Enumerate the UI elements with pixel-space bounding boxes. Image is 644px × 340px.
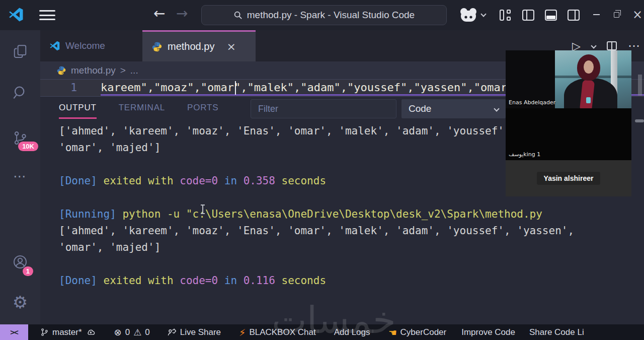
add-logs-label: Add Logs [334,327,370,337]
tab-method-label: method.py [168,41,214,52]
participant-video-tile[interactable]: يوسفking 1 [506,108,631,160]
cybercoder-item[interactable]: ☛ CyberCoder [388,327,447,338]
account-badge: 1 [23,266,33,276]
participant-name: Yasin alshireer [537,172,601,185]
add-logs-item[interactable]: Add Logs [334,327,370,337]
panel-tab-output[interactable]: OUTPUT [59,103,97,119]
text-caret [235,81,236,95]
participant-name: Enas Abdelqader [509,99,555,106]
chevron-down-icon[interactable] [480,11,486,17]
problems-item[interactable]: ⊗ 0 ⚠ 0 [114,327,150,337]
vscode-logo-icon [8,7,24,23]
improve-code-item[interactable]: Improve Code [461,327,515,337]
video-call-overlay[interactable]: Enas Abdelqader يوسفking 1 Yasin alshire… [506,50,631,196]
explorer-icon[interactable] [0,37,40,65]
blackbox-chat-label: BLACKBOX Chat [249,327,315,337]
tab-welcome[interactable]: Welcome [40,30,142,61]
window-minimize-button[interactable] [588,7,605,22]
code-text[interactable]: kareem","moaz","omar","malek","adam","yo… [101,81,534,94]
toggle-sidebar-icon[interactable] [522,10,534,21]
branch-icon [40,327,49,337]
python-icon [151,41,163,52]
live-share-label: Live Share [180,327,221,337]
sync-cloud-icon [86,327,96,337]
vscode-tab-icon [49,40,60,51]
panel-tab-ports[interactable]: PORTS [187,103,218,119]
toggle-panel-icon[interactable] [545,10,557,21]
output-line: [Done] exited with code=0 in 0.116 secon… [59,273,644,289]
output-line [59,256,644,273]
dropdown-chevron-icon [494,106,499,111]
participant-webcam-photo [555,50,631,108]
share-code-item[interactable]: Share Code Li [529,327,584,337]
lightning-bolt-icon: ⚡ [239,327,246,338]
output-line: ['ahmed', 'kareem', 'moaz', 'Enas', 'oma… [59,223,644,239]
share-code-label: Share Code Li [529,327,584,337]
error-count: 0 [125,327,130,337]
line-number: 1 [70,81,77,94]
output-filter-input[interactable] [251,99,396,118]
search-icon [233,11,243,20]
participant-name: يوسفking 1 [509,151,540,158]
mouse-ibeam-cursor [202,206,203,213]
warning-count: 0 [145,327,149,337]
settings-gear-icon[interactable]: ⚙ [0,288,40,316]
cybercoder-label: CyberCoder [400,327,447,337]
remote-indicator[interactable]: >< [0,324,28,340]
account-icon[interactable]: 1 [0,248,40,276]
blackbox-chat-item[interactable]: ⚡ BLACKBOX Chat [239,327,316,338]
panel-tab-terminal[interactable]: TERMINAL [119,103,165,119]
back-arrow-icon[interactable]: ← [153,5,165,22]
scm-badge: 10K [18,142,38,151]
activity-bar: 10K ⋯ 1 ⚙ [0,30,40,324]
panel-tabs: OUTPUT TERMINAL PORTS [59,103,218,119]
pointing-hand-icon: ☛ [388,327,397,338]
tab-welcome-label: Welcome [65,40,105,51]
python-icon [56,65,66,76]
warning-icon: ⚠ [133,327,141,337]
forward-arrow-icon[interactable]: → [176,5,188,22]
hamburger-menu-icon[interactable] [39,10,55,20]
status-bar: >< master* ⊗ 0 ⚠ 0 Live Share ⚡ BLACKBOX… [0,324,644,340]
customize-layout-icon[interactable] [500,10,512,21]
breadcrumb-more[interactable]: ... [130,65,138,76]
editor-scrollbar[interactable] [638,75,642,96]
branch-label: master* [52,327,82,337]
output-channel-value: Code [409,103,431,114]
output-channel-dropdown[interactable]: Code [401,99,506,118]
participant-video-tile[interactable]: Yasin alshireer [506,160,631,196]
source-control-icon[interactable]: 10K [0,124,40,152]
output-line: [Running] python -u "c:\Users\enasa\OneD… [59,206,644,223]
error-icon: ⊗ [114,327,122,337]
live-share-icon [167,327,177,337]
split-editor-icon[interactable] [607,41,617,50]
breadcrumb-separator: > [120,65,126,76]
improve-code-label: Improve Code [461,327,515,337]
live-share-item[interactable]: Live Share [167,327,221,337]
tab-close-icon[interactable]: × [226,40,235,53]
search-sidebar-icon[interactable] [0,79,40,107]
more-views-icon[interactable]: ⋯ [0,162,40,190]
blackbox-avatar-icon[interactable] [459,8,478,23]
window-title: method.py - Spark - Visual Studio Code [247,10,415,21]
run-dropdown-chevron-icon[interactable] [591,43,596,48]
scrollbar-handle[interactable] [635,119,644,122]
tab-method-py[interactable]: method.py × [142,30,256,61]
command-center-search[interactable]: method.py - Spark - Visual Studio Code [201,5,447,25]
git-branch-item[interactable]: master* [40,327,96,337]
toggle-secondary-sidebar-icon[interactable] [568,10,580,21]
window-close-button[interactable]: × [629,7,644,22]
title-bar: ← → method.py - Spark - Visual Studio Co… [0,0,644,30]
participant-video-tile[interactable]: Enas Abdelqader [506,50,631,108]
breadcrumb-file[interactable]: method.py [71,65,116,76]
window-restore-button[interactable] [608,7,625,22]
output-line: 'omar', 'majed'] [59,239,644,256]
